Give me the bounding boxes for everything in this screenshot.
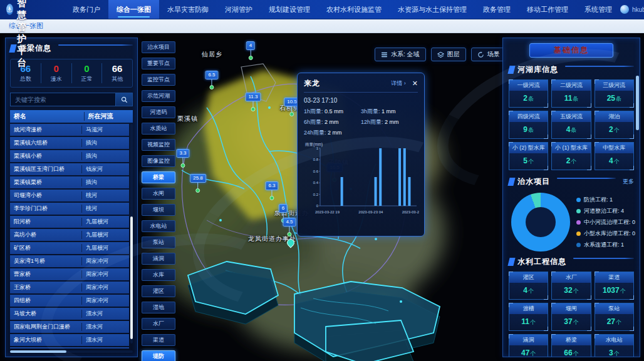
bridge-name-cell: 王家桥 — [10, 283, 81, 292]
map-marker[interactable]: 4 — [246, 41, 255, 60]
legend-item-水系连通工程: 水系连通工程: 1 — [576, 241, 635, 249]
table-row[interactable]: 象河大坝桥漂水河 — [10, 334, 129, 346]
popup-detail-link[interactable]: 详情 › — [391, 79, 406, 88]
map-marker[interactable]: 4.5 — [283, 218, 296, 236]
tile-value: 11条 — [552, 91, 590, 107]
layer-item-水库[interactable]: 水库 — [142, 269, 175, 281]
river-cell: 周家冲河 — [81, 257, 129, 265]
table-row[interactable]: 栗溪镇匡玉湾门口桥钱家河 — [10, 163, 129, 175]
layer-item-水电站[interactable]: 水电站 — [142, 220, 175, 232]
project-section-header: 治水项目 更多 — [509, 175, 634, 188]
table-h-scrollbar-thumb[interactable] — [10, 350, 66, 353]
layer-item-灌区[interactable]: 灌区 — [142, 285, 175, 297]
layer-item-图像监控[interactable]: 图像监控 — [142, 155, 175, 167]
map-marker[interactable]: 11.3 — [246, 93, 261, 111]
nav-item-河湖管护[interactable]: 河湖管护 — [217, 0, 261, 19]
popup-title: 来龙 — [304, 78, 320, 89]
close-icon[interactable]: ✕ — [412, 80, 418, 87]
marker-stem — [289, 226, 290, 232]
table-row[interactable]: 栗溪镇栗桥插沟 — [10, 176, 129, 188]
layer-item-涵洞[interactable]: 涵洞 — [142, 253, 175, 265]
marker-value-badge: 11.3 — [246, 93, 261, 101]
nav-item-移动工作管理[interactable]: 移动工作管理 — [519, 0, 576, 19]
section-corner-icon — [507, 178, 515, 186]
map-marker[interactable]: 6.5 — [205, 71, 218, 89]
table-scrollbar-thumb[interactable] — [130, 216, 133, 339]
bridge-name-cell: 栗溪镇匡玉湾门口桥 — [10, 165, 81, 173]
river-section-title: 河湖库信息 — [517, 64, 558, 75]
layer-item-河道码[interactable]: 河道码 — [142, 106, 175, 118]
tile-label: 堰闸 — [552, 303, 590, 314]
table-row[interactable]: 阳河桥九届横河 — [10, 216, 129, 228]
table-row[interactable]: 王家桥周家冲河 — [10, 282, 129, 293]
table-row[interactable]: 矿区桥九届横河 — [10, 242, 129, 254]
tile-label: 泵站 — [595, 303, 633, 314]
stat-tile-渡槽: 渡槽11个 — [509, 303, 548, 331]
stat-tile-水厂: 水厂32个 — [551, 272, 591, 300]
layer-item-视频监控[interactable]: 视频监控 — [142, 139, 175, 151]
base-info-button[interactable]: 基础信息 — [529, 43, 613, 58]
right-panel-scrollbar-thumb[interactable] — [636, 76, 639, 130]
table-row[interactable]: 姚家5号堰漫桥漂水河 — [10, 347, 129, 348]
map-canvas[interactable]: 仙居乡石桥驿镇栗溪镇子陵镇泉口街道办龙凤街道办事处46.511.310.53.3… — [0, 33, 644, 361]
nav-item-农村水利设施监管[interactable]: 农村水利设施监管 — [318, 0, 390, 19]
tile-value: 25条 — [595, 91, 633, 107]
table-row[interactable]: 高坊小桥九届横河 — [10, 229, 129, 241]
layer-item-治水项目[interactable]: 治水项目 — [142, 41, 175, 53]
map-marker[interactable]: 6.3 — [265, 181, 278, 200]
marker-value-badge: 6.5 — [205, 71, 218, 79]
table-row[interactable]: 栗溪镇小桥插沟 — [10, 150, 129, 162]
table-row[interactable]: 马坡大桥漂水河 — [10, 308, 129, 320]
marker-stem — [183, 158, 184, 163]
map-control-水系: 全域[interactable]: 水系: 全域 — [375, 48, 426, 61]
nav-item-政务门户[interactable]: 政务门户 — [65, 0, 108, 19]
layer-item-水厂[interactable]: 水厂 — [142, 318, 175, 330]
section-divider — [557, 178, 616, 179]
user-menu[interactable]: hkub42080201 ∨ — [620, 5, 644, 14]
more-link[interactable]: 更多 — [623, 178, 634, 186]
layer-item-水闸[interactable]: 水闸 — [142, 188, 175, 200]
layer-item-桥梁[interactable]: 桥梁 — [142, 171, 175, 183]
svg-text:2023-03-23 13: 2023-03-23 13 — [402, 210, 419, 214]
tile-value: 37个 — [552, 314, 590, 330]
layer-item-重要节点[interactable]: 重要节点 — [142, 58, 175, 69]
nav-item-政务管理[interactable]: 政务管理 — [475, 0, 519, 19]
bridge-name-cell: 矿区桥 — [10, 244, 81, 252]
nav-item-水旱灾害防御[interactable]: 水旱灾害防御 — [159, 0, 217, 19]
main-menu: 政务门户综合一张图水旱灾害防御河湖管护规划建设管理农村水利设施监管水资源与水土保… — [65, 0, 620, 19]
table-row[interactable]: 栗溪镇六组桥插沟 — [10, 137, 129, 149]
map-control-场景[interactable]: 场景 — [471, 48, 506, 61]
search-button[interactable] — [115, 93, 133, 106]
tile-label: 小 (2) 型水库 — [509, 143, 548, 153]
search-input[interactable] — [10, 93, 115, 106]
layer-item-水质站[interactable]: 水质站 — [142, 123, 175, 135]
map-control-图层[interactable]: 图层 — [431, 48, 466, 61]
layer-item-渠道[interactable]: 渠道 — [142, 334, 175, 346]
stat-label: 其他 — [102, 75, 132, 83]
nav-item-系统管理[interactable]: 系统管理 — [576, 0, 620, 19]
river-cell: 插沟 — [81, 139, 129, 147]
nav-item-水资源与水土保持管理[interactable]: 水资源与水土保持管理 — [390, 0, 475, 19]
layer-item-泵站[interactable]: 泵站 — [142, 236, 175, 248]
table-row[interactable]: 李学珍门口桥桃河 — [10, 203, 129, 215]
bridge-table: 桥名 所在河流 姚河湾漫桥马滋河栗溪镇六组桥插沟栗溪镇小桥插沟栗溪镇匡玉湾门口桥… — [10, 110, 133, 348]
nav-item-规划建设管理[interactable]: 规划建设管理 — [261, 0, 318, 19]
layer-item-示范河湖[interactable]: 示范河湖 — [142, 90, 175, 102]
table-row[interactable]: 国家电网荆金门口漫桥漂水河 — [10, 321, 129, 333]
layer-item-湿地[interactable]: 湿地 — [142, 302, 175, 313]
map-marker[interactable]: 25.8 — [190, 174, 206, 193]
map-marker[interactable]: 3.3 — [176, 149, 189, 168]
table-row[interactable]: 吴家湾1号桥周家冲河 — [10, 255, 129, 267]
layer-item-堤防[interactable]: 堤防 — [142, 350, 175, 361]
bridge-search — [10, 93, 133, 106]
table-row[interactable]: 曹家桥周家冲河 — [10, 268, 129, 280]
nav-item-综合一张图[interactable]: 综合一张图 — [108, 0, 159, 19]
table-row[interactable]: 四组桥周家冲河 — [10, 295, 129, 307]
stat-label: 总数 — [11, 75, 41, 83]
layer-item-监控节点[interactable]: 监控节点 — [142, 74, 175, 86]
table-row[interactable]: 司堰湾小桥桃河 — [10, 190, 129, 201]
layer-item-堰坝[interactable]: 堰坝 — [142, 204, 175, 216]
table-row[interactable]: 姚河湾漫桥马滋河 — [10, 124, 129, 136]
rainfall-bar-chart: 雨量(mm)00.20.40.60.812023-03-22 192023-03… — [304, 141, 419, 217]
layer-menu: 治水项目重要节点监控节点示范河湖河道码水质站视频监控图像监控桥梁水闸堰坝水电站泵… — [142, 41, 175, 361]
